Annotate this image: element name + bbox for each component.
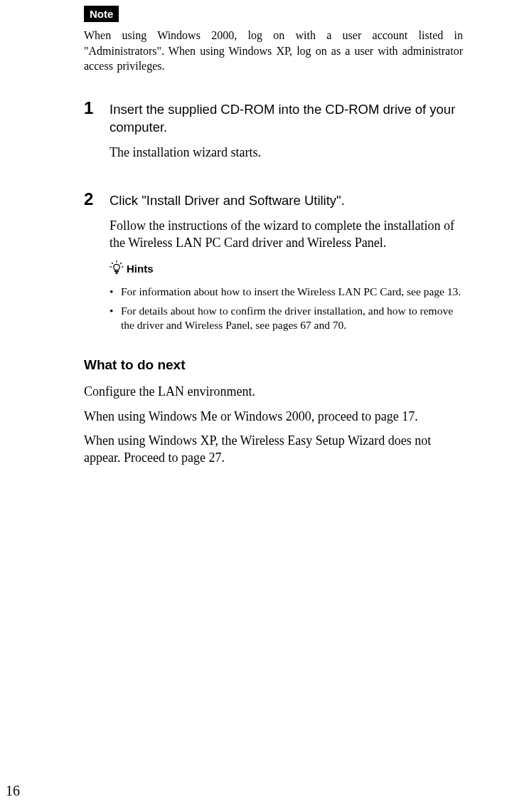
page-number: 16: [6, 783, 20, 799]
step-number: 1: [84, 98, 110, 118]
step-2: 2 Click "Install Driver and Software Uti…: [84, 189, 463, 337]
bullet-icon: •: [110, 285, 121, 300]
step-desc: Follow the instructions of the wizard to…: [110, 217, 463, 252]
svg-line-2: [120, 263, 122, 264]
svg-line-1: [112, 263, 113, 264]
bullet-icon: •: [110, 304, 121, 334]
hint-text: For information about how to insert the …: [121, 285, 461, 300]
step-title: Insert the supplied CD-ROM into the CD-R…: [110, 101, 463, 137]
list-item: • For details about how to confirm the d…: [110, 304, 463, 334]
step-desc: The installation wizard starts.: [110, 144, 463, 161]
lightbulb-icon: [110, 260, 127, 278]
paragraph: When using Windows Me or Windows 2000, p…: [84, 408, 463, 425]
page-content: Note When using Windows 2000, log on wit…: [0, 0, 507, 467]
hints-header: Hints: [110, 260, 463, 278]
hints-label: Hints: [127, 263, 154, 275]
paragraph: When using Windows XP, the Wireless Easy…: [84, 432, 463, 467]
note-badge: Note: [84, 6, 119, 22]
note-text: When using Windows 2000, log on with a u…: [84, 28, 463, 74]
section-heading: What to do next: [84, 357, 463, 373]
list-item: • For information about how to insert th…: [110, 285, 463, 300]
step-number: 2: [84, 189, 110, 209]
hint-text: For details about how to confirm the dri…: [121, 304, 463, 334]
paragraph: Configure the LAN environment.: [84, 383, 463, 400]
step-title: Click "Install Driver and Software Utili…: [110, 192, 463, 210]
svg-point-5: [114, 264, 119, 270]
step-1: 1 Insert the supplied CD-ROM into the CD…: [84, 98, 463, 169]
hints-list: • For information about how to insert th…: [110, 285, 463, 334]
